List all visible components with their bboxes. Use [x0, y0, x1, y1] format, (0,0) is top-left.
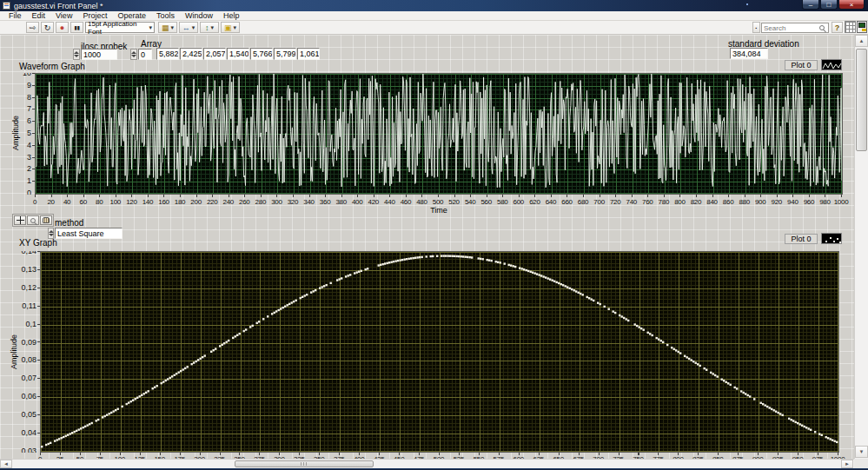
axis-tick-label: 0,08	[9, 356, 36, 364]
method-label: method	[55, 218, 83, 228]
run-continuous-icon: ↻	[44, 23, 51, 32]
graph-palette	[12, 214, 54, 227]
search-scope-button[interactable]: ▪	[752, 22, 760, 33]
thumb-grip-icon	[301, 462, 308, 466]
abort-button[interactable]: ●	[56, 22, 69, 33]
zoom-tool-button[interactable]	[27, 215, 39, 225]
menu-tools[interactable]: Tools	[151, 11, 180, 21]
pause-icon: ▮▮	[74, 24, 80, 30]
menu-help[interactable]: Help	[218, 11, 245, 21]
axis-tick-label: 3	[7, 154, 31, 162]
cursor-move-button[interactable]	[14, 215, 26, 225]
waveform-graph-title: Waveform Graph	[19, 62, 85, 71]
array-index-stepper[interactable]	[130, 49, 137, 60]
axis-tick-label: 4	[7, 142, 31, 149]
align-objects-icon: ▦	[162, 23, 169, 32]
ilosc-probek-stepper[interactable]	[73, 49, 80, 60]
axis-tick-label: 0,14	[9, 251, 36, 255]
waveform-plot[interactable]	[35, 73, 843, 195]
xy-legend-label[interactable]: Plot 0	[785, 234, 818, 244]
array-element-0[interactable]: 5,88271	[156, 48, 179, 60]
waveform-line-icon	[822, 61, 843, 72]
menu-window[interactable]: Window	[180, 11, 218, 21]
menu-edit[interactable]: Edit	[27, 11, 51, 21]
minimize-button[interactable]: –	[802, 0, 819, 10]
xy-plot[interactable]	[40, 251, 839, 453]
scroll-up-arrow[interactable]: ▲	[855, 35, 868, 47]
axis-tick-label: 0,03	[9, 447, 36, 453]
array-element-6[interactable]: 1,06117	[297, 48, 320, 60]
vi-thumbnail-icon[interactable]	[857, 21, 867, 33]
xy-legend-icon[interactable]	[821, 233, 842, 244]
axis-tick-label: 9	[7, 82, 31, 89]
axis-tick-label: 0,12	[9, 284, 36, 292]
magnifier-icon	[30, 218, 36, 223]
font-selector[interactable]: 15pt Application Font ▾	[85, 22, 155, 33]
menu-file[interactable]: File	[3, 11, 27, 21]
chevron-down-icon: ▾	[234, 24, 237, 31]
chevron-down-icon: ▾	[171, 24, 175, 31]
ilosc-probek-field[interactable]	[81, 49, 117, 60]
help-button[interactable]: ?	[832, 22, 843, 33]
scroll-down-arrow[interactable]: ▼	[855, 446, 868, 458]
axis-tick-label: 0,06	[9, 393, 36, 400]
chevron-down-icon: ▾	[192, 24, 195, 31]
array-index-field[interactable]: 0	[138, 49, 152, 60]
axis-tick-label: 8	[7, 94, 31, 102]
run-continuous-button[interactable]: ↻	[41, 22, 54, 33]
array-element-5[interactable]: 5,79985	[274, 48, 296, 60]
vertical-scrollbar[interactable]: ▲ ▼	[854, 35, 868, 459]
scroll-right-arrow[interactable]: ►	[841, 460, 853, 468]
horizontal-scrollbar[interactable]: ◄ ►	[0, 459, 854, 468]
array-element-3[interactable]: 1,54027	[227, 48, 249, 60]
grid-icon[interactable]	[845, 21, 856, 33]
ilosc-probek-input[interactable]	[83, 51, 115, 59]
axis-tick-label: 10	[7, 73, 31, 77]
menu-view[interactable]: View	[50, 11, 77, 21]
standard-deviation-value: 384,084	[730, 48, 768, 59]
scroll-left-arrow[interactable]: ◄	[0, 460, 12, 468]
titlebar-background	[0, 0, 868, 11]
pause-button[interactable]: ▮▮	[70, 22, 83, 33]
search-input[interactable]	[762, 23, 819, 32]
axis-tick-label: 0,04	[9, 429, 36, 437]
abort-icon: ●	[60, 23, 64, 32]
axis-tick-label: 0,09	[9, 339, 36, 347]
distribute-objects-button[interactable]: ↔ ▾	[179, 22, 198, 33]
horizontal-scrollbar-thumb[interactable]	[235, 460, 374, 467]
chevron-down-icon: ▾	[210, 24, 214, 31]
method-ring[interactable]: Least Square	[55, 228, 123, 239]
xy-scatter-icon	[822, 235, 843, 246]
run-icon: ⇨	[30, 23, 36, 32]
vertical-scrollbar-thumb[interactable]	[856, 49, 867, 151]
waveform-xtick-marks	[35, 195, 842, 197]
axis-tick-label: 1000	[828, 198, 854, 206]
resize-objects-icon: ↕	[205, 23, 209, 32]
waveform-legend-icon[interactable]	[821, 59, 842, 70]
reorder-button[interactable]: ▣ ▾	[221, 22, 240, 33]
array-element-1[interactable]: 2,42555	[180, 48, 202, 60]
align-objects-button[interactable]: ▦ ▾	[158, 22, 177, 33]
search-icon	[819, 25, 825, 30]
run-button[interactable]: ⇨	[26, 22, 39, 33]
distribute-objects-icon: ↔	[182, 23, 190, 32]
window-title: gausstest.vi Front Panel *	[14, 2, 103, 10]
array-element-2[interactable]: 2,05707	[203, 48, 226, 60]
axis-tick-label: 0,07	[9, 374, 36, 382]
reorder-icon: ▣	[224, 23, 232, 32]
close-button[interactable]: ×	[838, 0, 865, 10]
array-element-4[interactable]: 5,7664	[250, 48, 273, 60]
waveform-legend-label[interactable]: Plot 0	[785, 60, 818, 70]
axis-tick-label: 0,1	[9, 321, 36, 328]
pan-tool-button[interactable]	[40, 215, 52, 225]
waveform-ytick-labels: 109876543210	[7, 73, 31, 195]
title-bar: gausstest.vi Front Panel * – □ ×	[0, 0, 868, 11]
resize-objects-button[interactable]: ↕ ▾	[200, 22, 219, 33]
xy-graph-title: XY Graph	[19, 238, 57, 248]
waveform-xtick-labels: 0204060801001201401601802002202402602803…	[23, 198, 855, 206]
chevron-down-icon: ▾	[149, 24, 152, 31]
vi-document-icon	[3, 2, 10, 10]
maximize-button[interactable]: □	[820, 0, 838, 10]
axis-tick-label: 0,11	[9, 302, 36, 310]
labview-window: gausstest.vi Front Panel * – □ × File Ed…	[0, 0, 868, 470]
